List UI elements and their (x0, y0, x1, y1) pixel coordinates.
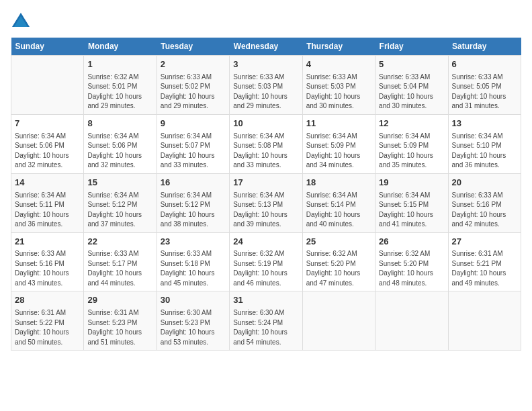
calendar-cell: 25Sunrise: 6:32 AM Sunset: 5:20 PM Dayli… (302, 232, 375, 291)
day-number: 18 (306, 177, 371, 189)
calendar-week-row: 28Sunrise: 6:31 AM Sunset: 5:22 PM Dayli… (11, 291, 521, 351)
day-number: 29 (87, 294, 152, 307)
day-info: Sunrise: 6:31 AM Sunset: 5:21 PM Dayligh… (452, 249, 517, 288)
day-number: 16 (161, 177, 226, 189)
day-number: 15 (87, 177, 152, 189)
calendar-cell: 4Sunrise: 6:33 AM Sunset: 5:03 PM Daylig… (302, 56, 375, 115)
calendar-cell: 27Sunrise: 6:31 AM Sunset: 5:21 PM Dayli… (448, 232, 521, 291)
calendar-cell: 15Sunrise: 6:34 AM Sunset: 5:12 PM Dayli… (84, 173, 157, 232)
calendar-cell: 2Sunrise: 6:33 AM Sunset: 5:02 PM Daylig… (157, 56, 229, 115)
calendar-cell: 24Sunrise: 6:32 AM Sunset: 5:19 PM Dayli… (230, 232, 302, 291)
calendar-cell: 18Sunrise: 6:34 AM Sunset: 5:14 PM Dayli… (302, 173, 375, 232)
calendar-body: 1Sunrise: 6:32 AM Sunset: 5:01 PM Daylig… (11, 56, 521, 351)
day-info: Sunrise: 6:30 AM Sunset: 5:23 PM Dayligh… (161, 308, 226, 347)
day-info: Sunrise: 6:33 AM Sunset: 5:02 PM Dayligh… (161, 73, 226, 111)
day-number: 14 (15, 177, 80, 189)
calendar-cell: 28Sunrise: 6:31 AM Sunset: 5:22 PM Dayli… (11, 291, 84, 351)
calendar-table: Sunday Monday Tuesday Wednesday Thursday… (11, 38, 521, 351)
calendar-cell: 10Sunrise: 6:34 AM Sunset: 5:08 PM Dayli… (230, 114, 302, 173)
calendar-cell: 9Sunrise: 6:34 AM Sunset: 5:07 PM Daylig… (157, 114, 229, 173)
calendar-cell (448, 291, 521, 351)
day-number: 10 (233, 118, 298, 130)
day-number: 2 (161, 58, 226, 71)
day-info: Sunrise: 6:31 AM Sunset: 5:23 PM Dayligh… (87, 308, 152, 347)
calendar-cell (375, 291, 448, 351)
calendar-cell: 5Sunrise: 6:33 AM Sunset: 5:04 PM Daylig… (375, 56, 448, 115)
day-number: 6 (452, 58, 517, 71)
calendar-week-row: 1Sunrise: 6:32 AM Sunset: 5:01 PM Daylig… (11, 56, 521, 115)
day-number: 19 (379, 177, 444, 189)
day-number: 8 (87, 118, 152, 130)
day-number: 21 (15, 236, 80, 248)
day-number: 25 (306, 236, 371, 248)
day-info: Sunrise: 6:34 AM Sunset: 5:12 PM Dayligh… (87, 191, 152, 230)
calendar-cell: 19Sunrise: 6:34 AM Sunset: 5:15 PM Dayli… (375, 173, 448, 232)
day-info: Sunrise: 6:32 AM Sunset: 5:19 PM Dayligh… (233, 249, 298, 288)
day-number: 11 (306, 118, 371, 130)
col-friday: Friday (375, 38, 448, 56)
day-number: 17 (233, 177, 298, 189)
calendar-week-row: 21Sunrise: 6:33 AM Sunset: 5:16 PM Dayli… (11, 232, 521, 291)
calendar-cell: 12Sunrise: 6:34 AM Sunset: 5:09 PM Dayli… (375, 114, 448, 173)
day-number: 28 (15, 294, 80, 307)
day-number: 30 (161, 294, 226, 307)
col-thursday: Thursday (302, 38, 375, 56)
day-number: 12 (379, 118, 444, 130)
day-number: 27 (452, 236, 517, 248)
calendar-cell (302, 291, 375, 351)
calendar-cell: 6Sunrise: 6:33 AM Sunset: 5:05 PM Daylig… (448, 56, 521, 115)
calendar-cell (11, 56, 84, 115)
day-number: 1 (87, 58, 152, 71)
col-wednesday: Wednesday (230, 38, 302, 56)
page-header (11, 11, 521, 31)
day-info: Sunrise: 6:34 AM Sunset: 5:11 PM Dayligh… (15, 191, 80, 230)
day-info: Sunrise: 6:32 AM Sunset: 5:01 PM Dayligh… (87, 73, 152, 111)
col-sunday: Sunday (11, 38, 84, 56)
calendar-cell: 21Sunrise: 6:33 AM Sunset: 5:16 PM Dayli… (11, 232, 84, 291)
calendar-week-row: 7Sunrise: 6:34 AM Sunset: 5:06 PM Daylig… (11, 114, 521, 173)
calendar-cell: 23Sunrise: 6:33 AM Sunset: 5:18 PM Dayli… (157, 232, 229, 291)
day-info: Sunrise: 6:34 AM Sunset: 5:15 PM Dayligh… (379, 191, 444, 230)
calendar-cell: 8Sunrise: 6:34 AM Sunset: 5:06 PM Daylig… (84, 114, 157, 173)
day-info: Sunrise: 6:34 AM Sunset: 5:13 PM Dayligh… (233, 191, 298, 230)
day-info: Sunrise: 6:30 AM Sunset: 5:24 PM Dayligh… (233, 308, 298, 347)
calendar-week-row: 14Sunrise: 6:34 AM Sunset: 5:11 PM Dayli… (11, 173, 521, 232)
day-number: 7 (15, 118, 80, 130)
day-number: 31 (233, 294, 298, 307)
day-info: Sunrise: 6:33 AM Sunset: 5:05 PM Dayligh… (452, 73, 517, 111)
day-info: Sunrise: 6:34 AM Sunset: 5:12 PM Dayligh… (161, 191, 226, 230)
day-number: 13 (452, 118, 517, 130)
day-info: Sunrise: 6:34 AM Sunset: 5:07 PM Dayligh… (161, 132, 226, 171)
day-info: Sunrise: 6:33 AM Sunset: 5:17 PM Dayligh… (87, 249, 152, 288)
day-number: 26 (379, 236, 444, 248)
day-number: 23 (161, 236, 226, 248)
day-number: 4 (306, 58, 371, 71)
col-monday: Monday (84, 38, 157, 56)
day-info: Sunrise: 6:32 AM Sunset: 5:20 PM Dayligh… (379, 249, 444, 288)
day-info: Sunrise: 6:33 AM Sunset: 5:18 PM Dayligh… (161, 249, 226, 288)
day-info: Sunrise: 6:34 AM Sunset: 5:09 PM Dayligh… (306, 132, 371, 171)
calendar-cell: 1Sunrise: 6:32 AM Sunset: 5:01 PM Daylig… (84, 56, 157, 115)
day-number: 20 (452, 177, 517, 189)
calendar-cell: 26Sunrise: 6:32 AM Sunset: 5:20 PM Dayli… (375, 232, 448, 291)
day-info: Sunrise: 6:34 AM Sunset: 5:09 PM Dayligh… (379, 132, 444, 171)
calendar-cell: 29Sunrise: 6:31 AM Sunset: 5:23 PM Dayli… (84, 291, 157, 351)
calendar-cell: 7Sunrise: 6:34 AM Sunset: 5:06 PM Daylig… (11, 114, 84, 173)
calendar-cell: 22Sunrise: 6:33 AM Sunset: 5:17 PM Dayli… (84, 232, 157, 291)
day-info: Sunrise: 6:33 AM Sunset: 5:04 PM Dayligh… (379, 73, 444, 111)
day-number: 5 (379, 58, 444, 71)
day-number: 22 (87, 236, 152, 248)
day-info: Sunrise: 6:34 AM Sunset: 5:06 PM Dayligh… (87, 132, 152, 171)
day-info: Sunrise: 6:33 AM Sunset: 5:03 PM Dayligh… (233, 73, 298, 111)
day-number: 24 (233, 236, 298, 248)
calendar-cell: 31Sunrise: 6:30 AM Sunset: 5:24 PM Dayli… (230, 291, 302, 351)
calendar-cell: 20Sunrise: 6:33 AM Sunset: 5:16 PM Dayli… (448, 173, 521, 232)
calendar-cell: 16Sunrise: 6:34 AM Sunset: 5:12 PM Dayli… (157, 173, 229, 232)
day-info: Sunrise: 6:33 AM Sunset: 5:03 PM Dayligh… (306, 73, 371, 111)
calendar-cell: 30Sunrise: 6:30 AM Sunset: 5:23 PM Dayli… (157, 291, 229, 351)
calendar-cell: 13Sunrise: 6:34 AM Sunset: 5:10 PM Dayli… (448, 114, 521, 173)
col-tuesday: Tuesday (157, 38, 229, 56)
logo-icon (11, 11, 31, 31)
day-info: Sunrise: 6:31 AM Sunset: 5:22 PM Dayligh… (15, 308, 80, 347)
logo (11, 11, 34, 31)
